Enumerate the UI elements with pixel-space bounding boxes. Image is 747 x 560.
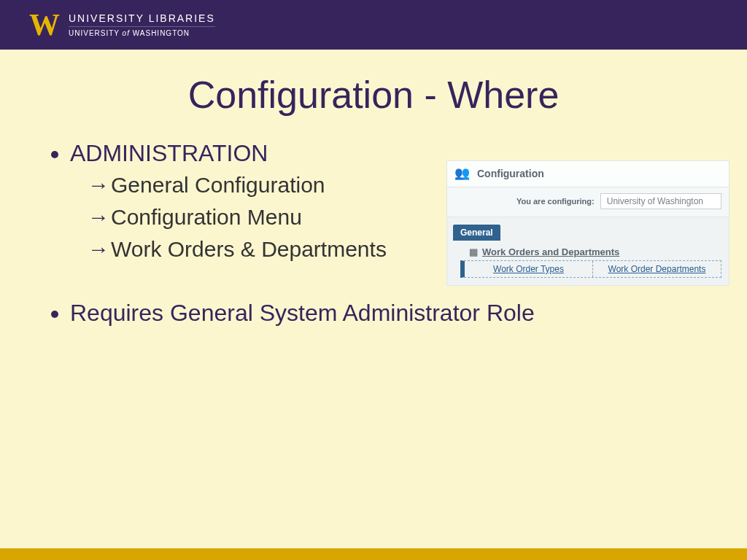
section-work-orders[interactable]: Work Orders and Departments xyxy=(469,246,720,257)
header-line1: UNIVERSITY LIBRARIES xyxy=(69,12,215,27)
links-row: Work Order Types Work Order Departments xyxy=(460,260,721,278)
config-label: You are configuring: xyxy=(516,197,595,206)
screenshot-panel: 👥 Configuration You are configuring: Uni… xyxy=(446,160,729,286)
header-bar: W UNIVERSITY LIBRARIES UNIVERSITY of WAS… xyxy=(0,0,747,50)
header-line2: UNIVERSITY of WASHINGTON xyxy=(69,29,215,37)
screenshot-config-row: You are configuring: University of Washi… xyxy=(447,187,729,217)
screenshot-title: Configuration xyxy=(477,168,544,179)
link-work-order-departments[interactable]: Work Order Departments xyxy=(592,261,721,277)
screenshot-header: 👥 Configuration xyxy=(447,161,729,187)
footer-bar xyxy=(0,548,747,560)
screenshot-tabs: General Work Orders and Departments Work… xyxy=(447,217,729,285)
header-line2-em: of xyxy=(123,29,133,37)
tab-general[interactable]: General xyxy=(453,225,500,241)
header-line2-pre: UNIVERSITY xyxy=(69,29,123,37)
config-dropdown[interactable]: University of Washington xyxy=(600,193,721,209)
slide-content: ADMINISTRATION General Configuration Con… xyxy=(0,140,747,331)
slide-title: Configuration - Where xyxy=(0,73,747,117)
header-line2-post: WASHINGTON xyxy=(133,29,190,37)
bullet-administration-text: ADMINISTRATION xyxy=(70,140,268,166)
users-icon: 👥 xyxy=(454,166,470,181)
header-text: UNIVERSITY LIBRARIES UNIVERSITY of WASHI… xyxy=(69,12,215,37)
w-logo: W xyxy=(29,7,58,42)
bullet-requires-role: Requires General System Administrator Ro… xyxy=(70,300,535,327)
link-work-order-types[interactable]: Work Order Types xyxy=(465,261,592,277)
